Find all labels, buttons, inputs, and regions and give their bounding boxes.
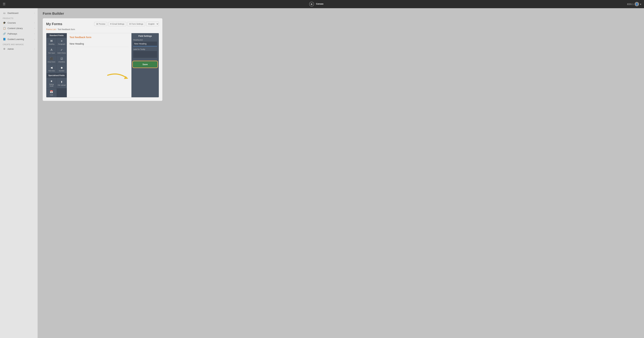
breadcrumb-separator: / <box>56 28 57 30</box>
header-buttons: 🖥 Preview ✉ Email Settings ⚙ Form Settin… <box>94 22 159 26</box>
form-settings-button[interactable]: ⚙ Form Settings <box>127 22 145 26</box>
field-number[interactable]: ◆ Number <box>57 64 67 73</box>
date-icon: 📅 <box>50 90 53 93</box>
paragraph-icon: ≡ <box>61 40 62 42</box>
breadcrumb: Forms List / Test feedback form <box>46 28 159 30</box>
standard-fields-header: Standard Fields <box>46 33 67 38</box>
email-settings-button[interactable]: ✉ Email Settings <box>108 22 126 26</box>
tooltip-input[interactable] <box>133 51 157 58</box>
drop-down-icon: ⬛ <box>50 57 53 60</box>
drop-down-label: Drop Down <box>48 61 56 63</box>
save-button[interactable]: Save <box>133 62 157 67</box>
form-name: Test feedback form <box>70 36 129 39</box>
create-manage-section-label: CREATE AND MANAGE <box>0 42 38 46</box>
sidebar-item-guided-learning[interactable]: 📘 Guided Learning › <box>0 36 38 42</box>
preview-label: Preview <box>98 23 105 25</box>
sidebar-item-pathways[interactable]: 🔗 Pathways › <box>0 31 38 36</box>
sidebar-label-pathways: Pathways <box>8 32 17 35</box>
field-checkbox[interactable]: ☑ Checkbox <box>57 56 67 64</box>
new-heading-value: New Heading <box>70 42 84 45</box>
sidebar-label-content-library: Content Library <box>8 27 23 30</box>
chevron-icon: › <box>34 48 35 50</box>
field-paragraph[interactable]: ≡ Paragraph <box>57 38 67 46</box>
builder-layout: Standard Fields H Heading ≡ Paragraph A … <box>46 33 159 98</box>
sidebar: 🗂 Dashboard › PRODUCTS 🎓 Courses › 📋 Con… <box>0 8 38 338</box>
chevron-icon: › <box>34 12 35 14</box>
main-content: Form Builder My Forms 🖥 Preview ✉ Email … <box>38 8 644 338</box>
file-upload-icon: ⬆ <box>60 80 63 84</box>
sidebar-item-courses[interactable]: 🎓 Courses › <box>0 20 38 26</box>
rating-scale-label: Rating Scale <box>47 84 56 87</box>
form-settings-label: Form Settings <box>132 23 143 25</box>
fields-panel: Standard Fields H Heading ≡ Paragraph A … <box>46 33 67 97</box>
multi-choice-icon: ✓ <box>60 48 63 52</box>
preview-icon: 🖥 <box>96 23 98 25</box>
heading-text-input[interactable] <box>133 42 157 46</box>
form-builder-card: My Forms 🖥 Preview ✉ Email Settings ⚙ Fo… <box>43 18 162 101</box>
chevron-icon: › <box>34 38 35 40</box>
field-multi-choice[interactable]: ✓ Multi Choice <box>57 46 67 55</box>
multi-choice-label: Multi Choice <box>58 52 66 54</box>
app-name: Censeo <box>316 3 323 5</box>
sidebar-item-content-library[interactable]: 📋 Content Library › <box>0 26 38 31</box>
field-heading[interactable]: H Heading <box>46 38 56 46</box>
language-select[interactable]: English <box>146 22 159 26</box>
breadcrumb-forms-list[interactable]: Forms List <box>46 28 56 30</box>
preview-button[interactable]: 🖥 Preview <box>94 22 107 26</box>
date-label: Date <box>50 94 53 96</box>
heading-icon: H <box>50 40 52 42</box>
form-canvas: Test feedback form New Heading <box>67 33 132 97</box>
sidebar-label-dashboard: Dashboard <box>8 12 18 14</box>
forms-title: My Forms <box>46 22 62 26</box>
sidebar-label-guided-learning: Guided Learning <box>8 38 24 40</box>
paragraph-label: Paragraph <box>58 43 65 45</box>
sidebar-label-admin: Admin <box>8 48 14 50</box>
heading-label: Heading <box>48 43 54 45</box>
rating-scale-icon: ★ <box>50 80 53 83</box>
pathways-icon: 🔗 <box>3 32 6 35</box>
email-settings-label: Email Settings <box>112 23 124 25</box>
checkbox-label: Checkbox <box>58 61 65 63</box>
sidebar-item-dashboard[interactable]: 🗂 Dashboard › <box>0 10 38 16</box>
top-nav-right: EDS 1 👤 ▾ <box>627 2 641 6</box>
field-settings-title: Field Settings <box>133 35 157 37</box>
courses-icon: 🎓 <box>3 21 6 24</box>
products-section-label: PRODUCTS <box>0 16 38 20</box>
logo-icon: ⊕ <box>309 2 314 6</box>
content-library-icon: 📋 <box>3 27 6 30</box>
form-field-new-heading[interactable]: New Heading <box>70 41 129 47</box>
chevron-icon: › <box>34 27 35 29</box>
breadcrumb-current: Test feedback form <box>58 28 75 30</box>
specialised-fields-grid: ★ Rating Scale ⬆ File Upload 📅 Date <box>46 78 67 97</box>
user-avatar[interactable]: 👤 <box>634 2 639 6</box>
user-dropdown-icon[interactable]: ▾ <box>640 3 641 6</box>
field-drop-down[interactable]: ⬛ Drop Down <box>46 56 56 64</box>
file-upload-label: File Upload <box>58 84 66 86</box>
dashboard-icon: 🗂 <box>3 12 6 14</box>
field-text-area[interactable]: ◀ Text Area <box>46 64 56 73</box>
top-nav: ☰ ⊕ Censeo EDS 1 👤 ▾ <box>0 0 644 8</box>
field-settings-panel: Field Settings Heading text Label for To… <box>132 33 159 97</box>
standard-fields-grid: H Heading ≡ Paragraph A Text Input ✓ Mul… <box>46 38 67 73</box>
tooltip-label: Label for Tooltip <box>133 48 157 50</box>
sidebar-item-admin[interactable]: ⚙ Admin › <box>0 46 38 52</box>
field-text-input[interactable]: A Text Input <box>46 46 56 55</box>
specialised-fields-header: Specialised Fields <box>46 73 67 78</box>
user-label: EDS 1 <box>627 3 634 6</box>
email-icon: ✉ <box>110 23 112 25</box>
admin-icon: ⚙ <box>3 48 6 50</box>
field-date[interactable]: 📅 Date <box>46 88 56 97</box>
logo-area: ⊕ Censeo <box>309 2 323 6</box>
sidebar-label-courses: Courses <box>8 22 16 24</box>
field-file-upload[interactable]: ⬆ File Upload <box>57 78 67 88</box>
chevron-icon: › <box>34 33 35 35</box>
text-input-icon: A <box>50 48 52 52</box>
text-input-label: Text Input <box>48 52 55 54</box>
field-rating-scale[interactable]: ★ Rating Scale <box>46 78 56 88</box>
yellow-arrow-svg <box>104 70 132 84</box>
text-area-icon: ◀ <box>50 66 52 69</box>
text-area-label: Text Area <box>48 70 55 72</box>
hamburger-menu[interactable]: ☰ <box>3 2 6 6</box>
number-icon: ◆ <box>61 66 63 69</box>
checkbox-icon: ☑ <box>60 57 63 60</box>
